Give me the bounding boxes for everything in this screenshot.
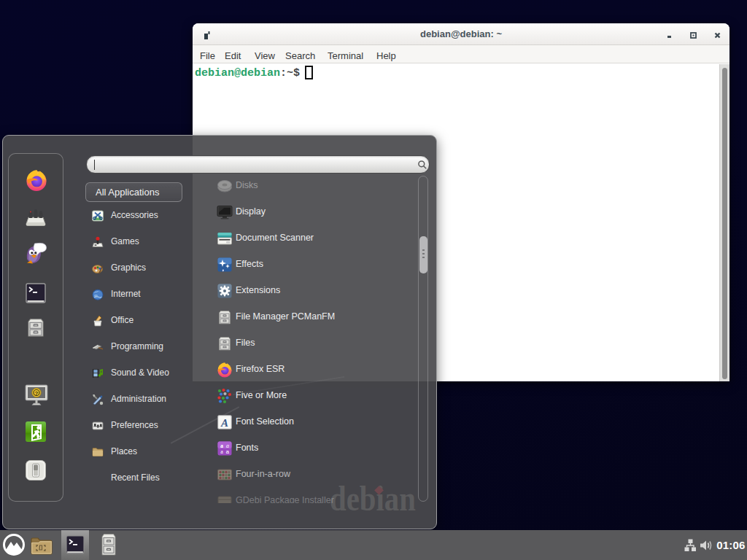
svg-text:a: a <box>220 448 223 455</box>
svg-text:a: a <box>226 448 230 455</box>
svg-text:A: A <box>220 417 228 429</box>
